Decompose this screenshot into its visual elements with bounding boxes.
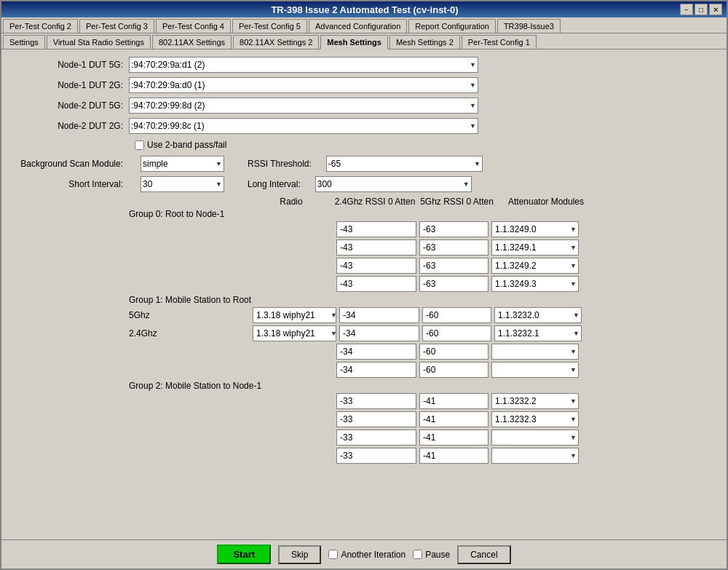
- tab-per-test-config-4[interactable]: Per-Test Config 4: [156, 19, 231, 33]
- node1-2g-label: Node-1 DUT 2G:: [12, 80, 129, 90]
- g1-atten-3[interactable]: [491, 362, 579, 378]
- tab-per-test-config-2[interactable]: Per-Test Config 2: [3, 19, 78, 33]
- scan-module-select[interactable]: simple: [141, 156, 224, 172]
- node1-5g-row: Node-1 DUT 5G: :94:70:29:9a:d1 (2): [12, 57, 716, 73]
- tab-per-test-config-5[interactable]: Per-Test Config 5: [232, 19, 307, 33]
- g1-atten-2[interactable]: [491, 344, 579, 360]
- rssi-threshold-select[interactable]: -65: [326, 156, 483, 172]
- node2-5g-row: Node-2 DUT 5G: :94:70:29:99:8d (2): [12, 98, 716, 114]
- g2-rssi2g-1[interactable]: [336, 411, 416, 427]
- node2-5g-select[interactable]: :94:70:29:99:8d (2): [129, 98, 478, 114]
- use-2band-checkbox[interactable]: [135, 140, 144, 150]
- pause-checkbox[interactable]: [413, 550, 422, 559]
- col-rssi5g-header: 5Ghz RSSI 0 Atten: [419, 197, 495, 207]
- g1-rssi5g-2[interactable]: [419, 344, 488, 360]
- short-interval-select[interactable]: 30: [141, 176, 224, 192]
- node1-2g-select[interactable]: :94:70:29:9a:d0 (1): [129, 77, 478, 93]
- g1-atten-1[interactable]: 1.1.3232.1: [494, 325, 582, 341]
- maximize-button[interactable]: □: [695, 4, 708, 15]
- group1-row-0: 5Ghz 1.3.18 wiphy21 1.1.3232.0: [129, 307, 716, 323]
- g0-rssi2g-0[interactable]: [336, 221, 416, 237]
- tab-80211ax[interactable]: 802.11AX Settings: [152, 35, 232, 49]
- g2-rssi5g-3[interactable]: [419, 448, 488, 464]
- group1-row-1: 2.4Ghz 1.3.18 wiphy21 1.1.3232.1: [129, 325, 716, 341]
- g0-rssi2g-3[interactable]: [336, 276, 416, 292]
- close-button[interactable]: ✕: [709, 4, 722, 15]
- another-iteration-checkbox[interactable]: [328, 550, 338, 559]
- group2-label: Group 2: Mobile Station to Node-1: [129, 381, 261, 391]
- g2-rssi2g-0[interactable]: [336, 393, 416, 409]
- group1-section: Group 1: Mobile Station to Root 5Ghz 1.3…: [12, 295, 716, 378]
- window-title: TR-398 Issue 2 Automated Test (cv-inst-0…: [50, 4, 680, 15]
- long-interval-label: Long Interval:: [248, 179, 301, 189]
- skip-button[interactable]: Skip: [278, 545, 321, 564]
- tab-per-test-config-3[interactable]: Per-Test Config 3: [79, 19, 154, 33]
- node1-5g-label: Node-1 DUT 5G:: [12, 60, 129, 70]
- use-2band-label: Use 2-band pass/fail: [147, 140, 226, 150]
- long-interval-select[interactable]: 300: [315, 176, 472, 192]
- tab-tr398-issue3[interactable]: TR398-Issue3: [497, 19, 561, 33]
- g0-atten-1[interactable]: 1.1.3249.1: [491, 240, 579, 256]
- g1-atten-0[interactable]: 1.1.3232.0: [494, 307, 582, 323]
- cancel-button[interactable]: Cancel: [457, 545, 510, 564]
- g1-radio-label-1: 2.4Ghz: [129, 328, 253, 339]
- g1-rssi2g-2[interactable]: [336, 344, 416, 360]
- node1-5g-select[interactable]: :94:70:29:9a:d1 (2): [129, 57, 478, 73]
- content-area: Node-1 DUT 5G: :94:70:29:9a:d1 (2) Node-…: [1, 50, 727, 539]
- rssi-threshold-label: RSSI Threshold:: [248, 159, 312, 169]
- group2-row-1: 1.1.3232.3: [129, 411, 716, 427]
- tab-row-2: Settings Virtual Sta Radio Settings 802.…: [1, 33, 727, 50]
- tab-virtual-sta[interactable]: Virtual Sta Radio Settings: [47, 35, 151, 49]
- g1-rssi5g-0[interactable]: [422, 307, 491, 323]
- tab-report-configuration[interactable]: Report Configuration: [408, 19, 496, 33]
- group0-label: Group 0: Root to Node-1: [129, 209, 224, 219]
- node2-2g-select[interactable]: :94:70:29:99:8c (1): [129, 118, 478, 134]
- g1-rssi2g-3[interactable]: [336, 362, 416, 378]
- tab-settings[interactable]: Settings: [3, 35, 45, 49]
- start-button[interactable]: Start: [217, 545, 271, 564]
- g2-rssi2g-3[interactable]: [336, 448, 416, 464]
- scan-module-label: Background Scan Module:: [12, 159, 129, 169]
- group0-row-3: 1.1.3249.3: [129, 276, 716, 292]
- g2-rssi5g-1[interactable]: [419, 411, 488, 427]
- g2-rssi5g-2[interactable]: [419, 430, 488, 446]
- g0-rssi5g-2[interactable]: [419, 258, 488, 274]
- g2-atten-2[interactable]: [491, 430, 579, 446]
- g1-radio-select-1[interactable]: 1.3.18 wiphy21: [253, 325, 336, 341]
- g2-atten-0[interactable]: 1.1.3232.2: [491, 393, 579, 409]
- g0-rssi2g-1[interactable]: [336, 240, 416, 256]
- g0-rssi5g-1[interactable]: [419, 240, 488, 256]
- g2-rssi2g-2[interactable]: [336, 430, 416, 446]
- col-rssi2g-header: 2.4Ghz RSSI 0 Atten: [331, 197, 419, 207]
- tab-80211ax-2[interactable]: 802.11AX Settings 2: [233, 35, 319, 49]
- tab-per-test-config-1[interactable]: Per-Test Config 1: [462, 35, 537, 49]
- tab-mesh-settings[interactable]: Mesh Settings: [320, 35, 388, 50]
- bottom-bar: Start Skip Another Iteration Pause Cance…: [1, 539, 727, 569]
- pause-label: Pause: [413, 550, 450, 560]
- g0-atten-0[interactable]: 1.1.3249.0: [491, 221, 579, 237]
- title-bar: TR-398 Issue 2 Automated Test (cv-inst-0…: [1, 1, 727, 17]
- g2-rssi5g-0[interactable]: [419, 393, 488, 409]
- use-2band-row: Use 2-band pass/fail: [135, 140, 716, 150]
- main-window: TR-398 Issue 2 Automated Test (cv-inst-0…: [0, 0, 728, 570]
- g1-radio-select-0[interactable]: 1.3.18 wiphy21: [253, 307, 336, 323]
- g1-rssi2g-0[interactable]: [339, 307, 419, 323]
- g1-rssi5g-3[interactable]: [419, 362, 488, 378]
- g2-atten-3[interactable]: [491, 448, 579, 464]
- tab-advanced-configuration[interactable]: Advanced Configuration: [309, 19, 407, 33]
- minimize-button[interactable]: −: [680, 4, 693, 15]
- g1-rssi5g-1[interactable]: [422, 325, 491, 341]
- g0-atten-3[interactable]: 1.1.3249.3: [491, 276, 579, 292]
- tab-mesh-settings-2[interactable]: Mesh Settings 2: [389, 35, 460, 49]
- group1-row-2: [129, 344, 716, 360]
- node2-2g-label: Node-2 DUT 2G:: [12, 121, 129, 131]
- g0-rssi2g-2[interactable]: [336, 258, 416, 274]
- scan-module-row: Background Scan Module: simple RSSI Thre…: [12, 156, 716, 172]
- g0-rssi5g-0[interactable]: [419, 221, 488, 237]
- g0-rssi5g-3[interactable]: [419, 276, 488, 292]
- g1-rssi2g-1[interactable]: [339, 325, 419, 341]
- g2-atten-1[interactable]: 1.1.3232.3: [491, 411, 579, 427]
- group1-label: Group 1: Mobile Station to Root: [129, 295, 251, 305]
- g0-atten-2[interactable]: 1.1.3249.2: [491, 258, 579, 274]
- group2-row-0: 1.1.3232.2: [129, 393, 716, 409]
